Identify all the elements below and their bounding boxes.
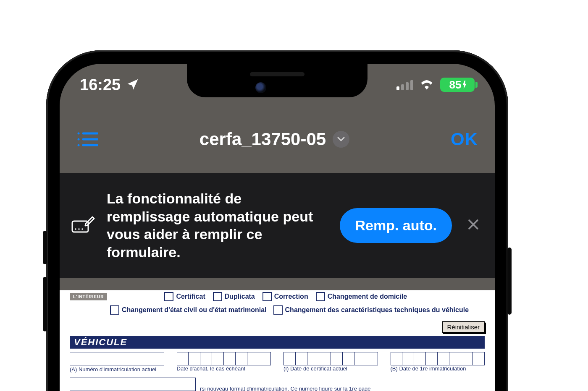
volume-button-1 (43, 231, 47, 264)
nav-title: cerfa_13750-05 (200, 129, 326, 149)
form-row-options-1: L'INTÉRIEUR Certificat Duplicata Correct… (70, 292, 485, 301)
interieur-tag: L'INTÉRIEUR (70, 293, 107, 300)
battery-indicator: 85 (440, 78, 475, 92)
note-formule-1: (si nouveau format d'immatriculation. Ce… (200, 386, 485, 391)
location-arrow-icon (126, 76, 139, 94)
option-duplicata[interactable]: Duplicata (213, 292, 255, 301)
battery-percentage: 85 (449, 78, 462, 91)
close-icon[interactable] (464, 218, 483, 232)
notch (187, 64, 368, 97)
field-date-certificat[interactable] (284, 352, 378, 365)
field-date-achat[interactable] (177, 352, 271, 365)
volume-button-2 (43, 277, 47, 331)
label-date-achat: Date d'achat, le cas échéant (177, 365, 271, 372)
front-camera (255, 82, 266, 93)
option-etat-civil[interactable]: Changement d'état civil ou d'état matrim… (110, 305, 267, 315)
form-row-options-2: Changement d'état civil ou d'état matrim… (70, 305, 485, 333)
autofill-banner-text: La fonctionnalité de remplissage automat… (107, 190, 328, 261)
svg-point-8 (78, 228, 80, 230)
ok-button[interactable]: OK (451, 129, 478, 149)
svg-point-9 (81, 228, 83, 230)
svg-point-2 (78, 144, 80, 146)
svg-point-0 (78, 133, 80, 135)
svg-point-1 (78, 138, 80, 141)
phone-device-frame: 16:25 85 (46, 50, 508, 391)
label-date-1re-immat: (B) Date de 1re immatriculation (391, 365, 485, 372)
svg-point-7 (75, 228, 76, 230)
earpiece-speaker (250, 72, 304, 76)
label-date-certificat: (I) Date de certificat actuel (284, 365, 378, 372)
pdf-document[interactable]: L'INTÉRIEUR Certificat Duplicata Correct… (60, 290, 495, 391)
label-immat-actuel: (A) Numéro d'immatriculation actuel (70, 366, 164, 373)
autofill-banner: La fonctionnalité de remplissage automat… (60, 173, 495, 278)
vehicule-fields-row: (A) Numéro d'immatriculation actuel Date… (70, 352, 485, 373)
phone-screen: 16:25 85 (60, 64, 495, 391)
cellular-signal-icon (396, 79, 413, 90)
option-correction[interactable]: Correction (262, 292, 308, 301)
option-certificat[interactable]: Certificat (164, 292, 205, 301)
field-date-1re-immat[interactable] (391, 352, 485, 365)
nav-title-wrap[interactable]: cerfa_13750-05 (200, 129, 349, 149)
navigation-bar: cerfa_13750-05 OK (60, 106, 495, 173)
chevron-down-icon[interactable] (333, 131, 349, 148)
status-time: 16:25 (80, 76, 121, 94)
option-changement-domicile[interactable]: Changement de domicile (316, 292, 407, 301)
power-button (507, 248, 512, 315)
wifi-icon (419, 78, 434, 91)
vehicule-section-header: VÉHICULE (70, 336, 485, 349)
form-autofill-icon (71, 216, 95, 235)
reset-button[interactable]: Réinitialiser (442, 321, 485, 333)
field-immat-actuel[interactable] (70, 352, 164, 365)
outline-list-icon[interactable] (76, 131, 98, 148)
option-caracteristiques[interactable]: Changement des caractéristiques techniqu… (273, 305, 469, 315)
field-numero-formule[interactable] (70, 378, 196, 391)
autofill-button[interactable]: Remp. auto. (340, 208, 452, 243)
